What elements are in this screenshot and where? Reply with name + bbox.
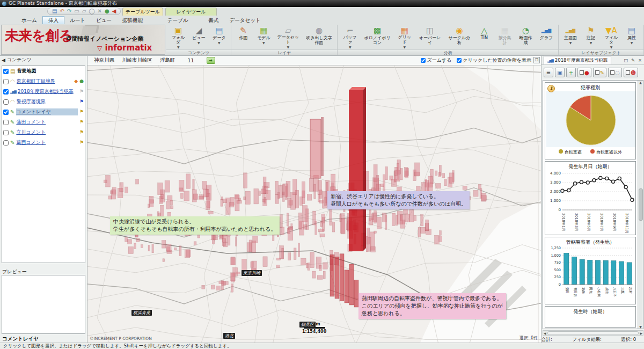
option-checkbox[interactable]	[421, 58, 426, 63]
layer-item-2018年度東京都該当犯罪[interactable]: ▂▅▇2018年度東京都該当犯罪⚑	[2, 86, 85, 97]
吹き出し文字作図-button[interactable]: ◍吹き出し文字作図	[303, 25, 335, 49]
サークル分析-button[interactable]: ◉サークル分析	[445, 25, 474, 49]
断面作成-button[interactable]: ◔断面作成	[516, 25, 536, 49]
ellipse-icon[interactable]: ◯	[89, 9, 94, 14]
データ-button[interactable]: ▤データ▼	[209, 25, 229, 49]
save-icon[interactable]: ▤	[52, 9, 57, 14]
window-button[interactable]: ▣	[555, 68, 565, 77]
フィルタ-button[interactable]: ▼Aフィルタ▼	[602, 25, 621, 49]
layer-checkbox[interactable]	[3, 110, 9, 115]
shape-icon[interactable]: ▱	[82, 9, 86, 14]
オーバーレイ-button[interactable]: ◫オーバーレイ	[416, 25, 444, 49]
menu-button[interactable]: ≡	[544, 68, 553, 77]
TIN-button[interactable]: △TIN	[474, 25, 494, 49]
グラフ-button[interactable]: ▂▅▇グラフ	[537, 25, 556, 49]
horizontal-scrollbar[interactable]: ◀ ▶	[543, 330, 643, 336]
float-icon[interactable]: □	[623, 58, 629, 63]
注記-button[interactable]: ⚑注記▼	[581, 25, 601, 49]
select-lasso-toggle[interactable]: ◌	[608, 68, 622, 77]
layer-label[interactable]: 葛西コメント	[16, 139, 78, 146]
data-panel-tab[interactable]: ▂▅▇ 2018年度東京都該当犯罪	[544, 56, 611, 64]
layer-label[interactable]: 2018年度東京都該当犯罪	[18, 88, 78, 95]
layer-item-コメントレイヤ[interactable]: ✎コメントレイヤ⚑	[2, 107, 85, 117]
crime-bar	[319, 190, 322, 199]
select-point-toggle[interactable]: ●	[577, 68, 591, 77]
layer-checkbox[interactable]	[3, 99, 9, 105]
layer-label[interactable]: 立川コメント	[16, 129, 78, 136]
tab-データセット[interactable]: データセット	[224, 16, 266, 24]
close-icon[interactable]: ×	[637, 58, 643, 63]
vertical-scrollbar[interactable]: ▲ ▼	[638, 81, 643, 329]
tab-ホーム[interactable]: ホーム	[16, 16, 42, 24]
layer-label[interactable]: 警視庁署境界	[17, 98, 78, 105]
option-checkbox[interactable]	[457, 58, 462, 63]
kamata-note[interactable]: 蒲田駅周辺の自転車盗件数が、警視庁管内で最多である。このエリアの傾向を把握し、効…	[358, 293, 506, 319]
layer-item-葛西コメント[interactable]: ✎葛西コメント⚑	[2, 137, 85, 148]
モデル-button[interactable]: ▦モデル▼	[254, 25, 273, 49]
scroll-up-icon[interactable]: ▲	[639, 81, 642, 84]
select-rect-icon[interactable]: ▭	[74, 9, 79, 14]
layer-item-立川コメント[interactable]: ✎立川コメント⚑	[2, 127, 85, 137]
layer-checkbox[interactable]	[3, 89, 9, 94]
select-pen-toggle[interactable]: ✎	[593, 68, 606, 77]
layer-label[interactable]: 背景地図	[17, 68, 84, 75]
globe-icon[interactable]: ●	[105, 9, 109, 14]
chuo-line-note[interactable]: 中央線沿線で山が見受けられる。学生が多くそもそも自転車の所有・利用率が高いためと…	[110, 216, 280, 235]
add-button[interactable]: +	[566, 68, 576, 77]
tab-書式[interactable]: 書式	[203, 16, 224, 24]
shinjuku-shibuya-note[interactable]: 新宿、渋谷エリアは慢性的に多発している。昼間人口がそもそも多い所なので件数が多い…	[327, 191, 470, 209]
tab-ビュー[interactable]: ビュー	[91, 16, 117, 24]
scroll-thumb[interactable]	[547, 331, 639, 335]
undo-icon[interactable]: ↶	[60, 9, 64, 14]
tab-挿入[interactable]: 挿入	[42, 16, 64, 24]
layer-label[interactable]: 蒲田コメント	[16, 119, 78, 126]
crime-bar	[371, 214, 374, 220]
map-panel: 神奈川県 川崎市川崎区 浮島町 11 ➜ ズームするクリックした位置の住所を表示…	[87, 56, 541, 343]
address-go-button[interactable]: ➜	[207, 57, 215, 64]
データセット-button[interactable]: ▱データセット▼	[274, 25, 302, 49]
tab-拡張機能[interactable]: 拡張機能	[117, 16, 148, 24]
boundary-layer-icon: ◠	[10, 99, 15, 105]
tab-ルート[interactable]: ルート	[64, 16, 91, 24]
scroll-down-icon[interactable]: ▼	[639, 325, 642, 329]
scroll-left-icon[interactable]: ◀	[544, 331, 546, 335]
pin-icon[interactable]: ✎	[630, 58, 636, 63]
layer-item-東京都町丁目境界[interactable]: ◠東京都町丁目境界◆●	[2, 76, 85, 86]
select-user-toggle[interactable]: ☻	[624, 68, 638, 77]
collapse-icon[interactable]: ◀	[2, 57, 5, 63]
tab-テーブル[interactable]: テーブル	[162, 16, 194, 24]
グリッド-button[interactable]: ▦グリッド▼	[394, 25, 415, 49]
crime-bar	[163, 259, 165, 262]
バッファ-button[interactable]: ⌐バッファ▼	[340, 25, 360, 49]
layer-checkbox[interactable]	[3, 140, 9, 146]
crime-bar	[438, 172, 441, 177]
redo-icon[interactable]: ↷	[67, 9, 71, 14]
zoom-icon[interactable]: ✕	[98, 9, 102, 14]
map-option-0[interactable]: ズームする	[421, 57, 451, 64]
y-tick: 750	[554, 260, 561, 265]
layer-item-警視庁署境界[interactable]: ◠警視庁署境界⚑	[2, 97, 85, 107]
ボロノイポリゴン-button[interactable]: ▩ボロノイポリゴン	[361, 25, 393, 49]
layer-checkbox[interactable]	[3, 130, 9, 135]
sound-icon[interactable]: ◀	[112, 9, 116, 14]
map-canvas[interactable]: 4 km 1:154,400 ©INCREMENT P CORPORATION …	[87, 66, 541, 343]
layer-label[interactable]: コメントレイヤ	[16, 108, 78, 115]
layer-checkbox[interactable]	[3, 69, 9, 74]
scroll-thumb[interactable]	[639, 188, 643, 221]
layer-label[interactable]: 東京都町丁目境界	[17, 78, 72, 85]
scroll-right-icon[interactable]: ▶	[640, 331, 642, 335]
layer-item-背景地図[interactable]: ▤背景地図	[2, 66, 85, 76]
フォルダ-button[interactable]: ▣フォルダ▼	[169, 25, 188, 49]
作図-button[interactable]: ✎作図	[233, 25, 253, 49]
ビュー-button[interactable]: ◢ビュー▼	[189, 25, 208, 49]
主題図-button[interactable]: ▂▅▇主題図▼	[561, 25, 580, 49]
layer-item-蒲田コメント[interactable]: ✎蒲田コメント⚑	[2, 117, 85, 127]
crime-bar	[125, 187, 128, 193]
crime-bar	[371, 246, 376, 252]
map-option-1[interactable]: クリックした位置の住所を表示	[457, 57, 531, 64]
layer-checkbox[interactable]	[3, 120, 9, 125]
pie-svg	[545, 91, 636, 147]
map-popout-icon[interactable]: ❐	[533, 57, 540, 63]
layer-checkbox[interactable]	[3, 79, 9, 84]
属性-button[interactable]: ▤属性▼	[622, 25, 641, 49]
